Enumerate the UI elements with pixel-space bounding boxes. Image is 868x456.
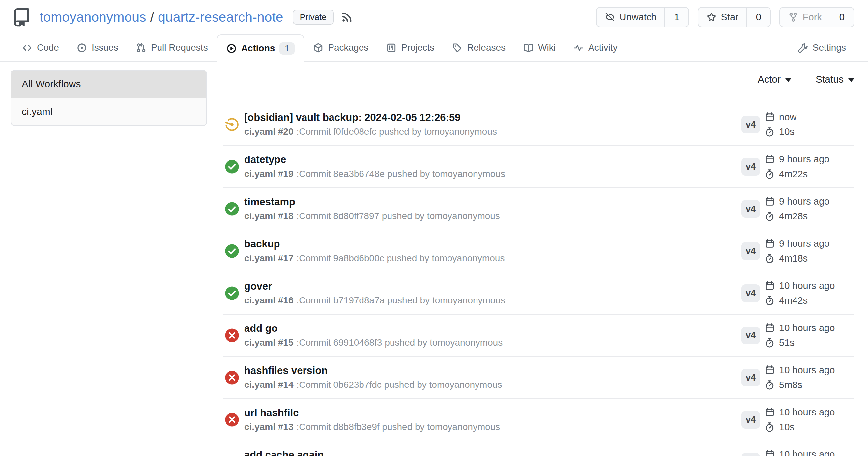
code-icon [22, 43, 32, 53]
button-count[interactable]: 0 [746, 8, 770, 27]
star-icon [706, 12, 717, 23]
tab-activity[interactable]: Activity [564, 34, 626, 61]
run-duration: 4m22s [779, 169, 808, 180]
tab-packages[interactable]: Packages [304, 34, 377, 61]
run-title-link[interactable]: backup [244, 238, 741, 250]
run-time-ago: 9 hours ago [779, 196, 830, 207]
calendar-icon [765, 196, 775, 206]
button-label: Star [721, 12, 739, 23]
run-duration-line: 4m18s [765, 253, 854, 265]
tab-code[interactable]: Code [13, 34, 68, 61]
run-title-link[interactable]: url hashfile [244, 407, 741, 419]
run-title-link[interactable]: hashfiles version [244, 365, 741, 377]
tab-label: Issues [92, 42, 118, 53]
run-title-link[interactable]: [obsidian] vault backup: 2024-02-05 12:2… [244, 112, 741, 124]
run-workflow-ref: ci.yaml #16 [244, 295, 293, 305]
run-time-ago: 10 hours ago [779, 407, 835, 418]
success-status-icon [224, 201, 240, 217]
breadcrumb-separator: / [146, 9, 158, 25]
status-filter-dropdown[interactable]: Status [816, 74, 854, 85]
package-icon [313, 43, 323, 53]
tab-wiki[interactable]: Wiki [515, 34, 564, 61]
fork-button[interactable]: Fork 0 [779, 7, 854, 27]
button-count[interactable]: 0 [830, 8, 854, 27]
run-info: add go ci.yaml #15:Commit 69910468f3 pus… [244, 323, 741, 349]
run-title-link[interactable]: gover [244, 281, 741, 292]
run-version-badge: v4 [741, 284, 760, 302]
repo-name-link[interactable]: quartz-research-note [158, 9, 283, 25]
run-info: add cache again [244, 449, 741, 456]
run-title-link[interactable]: datetype [244, 154, 741, 166]
tab-bar-tabs: Code Issues Pull Requests Actions 1 Pack… [13, 34, 626, 61]
run-time-ago-line: 10 hours ago [765, 364, 854, 376]
tab-releases[interactable]: Releases [443, 34, 515, 61]
pull-request-icon [136, 43, 146, 53]
run-commit-text: :Commit f0fde08efc pushed by tomoyanonym… [296, 127, 497, 137]
run-time-ago: 9 hours ago [779, 154, 830, 165]
run-duration: 10s [779, 422, 795, 433]
actor-filter-dropdown[interactable]: Actor [757, 74, 791, 85]
tab-issues[interactable]: Issues [68, 34, 127, 61]
workflow-run-row: datetype ci.yaml #19:Commit 8ea3b6748e p… [223, 146, 854, 188]
run-time-ago-line: 9 hours ago [765, 154, 854, 165]
run-subtitle: ci.yaml #17:Commit 9a8bd6b00c pushed by … [244, 253, 741, 264]
run-workflow-ref: ci.yaml #13 [244, 422, 293, 432]
run-title-link[interactable]: timestamp [244, 196, 741, 208]
repo-book-icon [11, 7, 32, 27]
run-meta: 10 hours ago 51s [765, 322, 854, 349]
stopwatch-icon [765, 127, 775, 137]
run-title-link[interactable]: add go [244, 323, 741, 334]
tab-projects[interactable]: Projects [377, 34, 443, 61]
workflow-run-row: timestamp ci.yaml #18:Commit 8d80ff7897 … [223, 188, 854, 230]
button-label: Unwatch [620, 12, 657, 23]
run-duration-line: 4m22s [765, 168, 854, 180]
sidebar-item-ci-yaml[interactable]: ci.yaml [11, 98, 206, 125]
run-commit-text: :Commit 69910468f3 pushed by tomoyanonym… [296, 337, 502, 348]
run-info: datetype ci.yaml #19:Commit 8ea3b6748e p… [244, 154, 741, 180]
tab-label: Wiki [538, 42, 556, 53]
stopwatch-icon [765, 380, 775, 390]
run-subtitle: ci.yaml #16:Commit b7197d8a7a pushed by … [244, 295, 741, 306]
run-info: hashfiles version ci.yaml #14:Commit 0b6… [244, 365, 741, 391]
workflow-run-row: gover ci.yaml #16:Commit b7197d8a7a push… [223, 272, 854, 315]
calendar-icon [765, 407, 775, 418]
button-count[interactable]: 1 [664, 8, 688, 27]
tab-settings[interactable]: Settings [789, 34, 855, 61]
run-workflow-ref: ci.yaml #15 [244, 337, 293, 348]
run-duration-line: 51s [765, 337, 854, 349]
run-version-badge: v4 [741, 242, 760, 260]
run-duration: 4m18s [779, 253, 808, 264]
rss-feed-icon[interactable] [340, 10, 353, 24]
chevron-down-icon [785, 78, 791, 82]
star-button[interactable]: Star 0 [698, 7, 771, 27]
workflow-run-row: [obsidian] vault backup: 2024-02-05 12:2… [223, 104, 854, 146]
workflow-run-row: hashfiles version ci.yaml #14:Commit 0b6… [223, 357, 854, 399]
run-subtitle: ci.yaml #18:Commit 8d80ff7897 pushed by … [244, 210, 741, 222]
stopwatch-icon [765, 211, 775, 221]
run-workflow-ref: ci.yaml #19 [244, 169, 293, 179]
run-time-ago-line: 10 hours ago [765, 449, 854, 456]
button-label: Fork [803, 12, 822, 23]
repo-owner-link[interactable]: tomoyanonymous [39, 9, 146, 25]
stopwatch-icon [765, 422, 775, 432]
sidebar-item-all-workflows[interactable]: All Workflows [11, 70, 206, 98]
run-duration-line: 4m28s [765, 210, 854, 222]
unwatch-button[interactable]: Unwatch 1 [596, 7, 689, 27]
tab-pull-requests[interactable]: Pull Requests [127, 34, 217, 61]
run-time-ago-line: 9 hours ago [765, 238, 854, 250]
run-version-badge: v4 [741, 453, 760, 456]
run-time-ago-line: 9 hours ago [765, 196, 854, 207]
run-commit-text: :Commit 8ea3b6748e pushed by tomoyanonym… [296, 169, 505, 179]
run-status-icon [224, 454, 240, 456]
breadcrumb: tomoyanonymous / quartz-research-note [39, 9, 283, 25]
run-title-link[interactable]: add cache again [244, 449, 741, 456]
run-time-ago: now [779, 112, 797, 123]
run-time-ago: 10 hours ago [779, 449, 835, 456]
workflow-run-row: add go ci.yaml #15:Commit 69910468f3 pus… [223, 315, 854, 357]
tab-count-badge: 1 [279, 42, 294, 55]
tab-actions[interactable]: Actions 1 [217, 34, 305, 62]
tab-label: Code [37, 42, 59, 53]
run-commit-text: :Commit 9a8bd6b00c pushed by tomoyanonym… [296, 253, 504, 263]
run-duration: 4m28s [779, 211, 808, 222]
fork-icon [788, 12, 799, 23]
